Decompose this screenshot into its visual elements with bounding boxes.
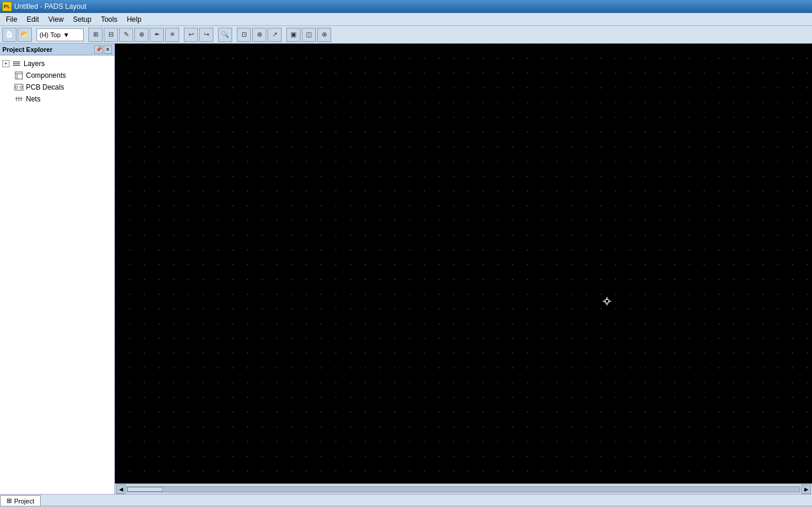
layers-label: Layers xyxy=(24,60,45,68)
undo-button[interactable]: ↩ xyxy=(184,28,198,42)
menu-help[interactable]: Help xyxy=(122,14,146,25)
tree-item-components[interactable]: Components xyxy=(0,70,114,81)
pin-button[interactable]: 📌 xyxy=(94,45,103,54)
svg-rect-6 xyxy=(15,84,23,90)
crosshair-cursor xyxy=(603,297,611,305)
tree-item-nets[interactable]: Nets xyxy=(0,93,114,105)
project-explorer-panel: Project Explorer 📌 ✕ + Layers xyxy=(0,44,115,494)
toolbar-btn-draw[interactable]: ✎ xyxy=(119,28,133,42)
scroll-left-btn[interactable]: ◀ xyxy=(116,485,126,494)
toolbar-btn-component[interactable]: ⊟ xyxy=(104,28,118,42)
pcb-decals-icon xyxy=(14,83,24,92)
horizontal-scrollbar: ◀ ▶ xyxy=(115,483,812,494)
expand-layers[interactable]: + xyxy=(2,60,9,67)
view2-button[interactable]: ◫ xyxy=(302,28,316,42)
zoom-button[interactable]: 🔍 xyxy=(218,28,232,42)
net-button[interactable]: ⊗ xyxy=(252,28,266,42)
project-tab-label: Project xyxy=(14,498,34,505)
layers-icon xyxy=(12,59,21,68)
panel-header: Project Explorer 📌 ✕ xyxy=(0,44,114,55)
tree-item-pcb-decals[interactable]: PCB Decals xyxy=(0,81,114,93)
toolbar: 📄 📂 (H) Top ▼ ⊞ ⊟ ✎ ⊕ ✒ ✳ ↩ ↪ 🔍 ⊡ ⊗ ↗ ▣ … xyxy=(0,26,812,44)
grid-svg xyxy=(115,44,812,483)
svg-point-7 xyxy=(15,86,18,88)
svg-rect-3 xyxy=(15,72,22,79)
bottom-tabs: ⊞ Project xyxy=(0,494,812,506)
project-tab-icon: ⊞ xyxy=(6,497,12,505)
toolbar-btn-pencil[interactable]: ✒ xyxy=(150,28,164,42)
close-panel-button[interactable]: ✕ xyxy=(104,45,112,54)
menu-edit[interactable]: Edit xyxy=(22,14,44,25)
toolbar-btn-route[interactable]: ⊞ xyxy=(88,28,103,42)
scroll-thumb[interactable] xyxy=(127,487,163,492)
svg-point-8 xyxy=(20,86,22,88)
panel-title: Project Explorer xyxy=(2,46,52,53)
menu-view[interactable]: View xyxy=(44,14,68,25)
canvas-container: ◀ ▶ xyxy=(115,44,812,494)
menu-file[interactable]: File xyxy=(1,14,22,25)
project-tab[interactable]: ⊞ Project xyxy=(0,495,41,506)
components-icon xyxy=(14,71,24,80)
pcb-decals-label: PCB Decals xyxy=(26,83,64,91)
new-button[interactable]: 📄 xyxy=(2,28,16,42)
scroll-track[interactable] xyxy=(127,486,800,492)
view3-button[interactable]: ⊕ xyxy=(317,28,331,42)
svg-rect-38 xyxy=(115,44,812,483)
tree-item-layers[interactable]: + Layers xyxy=(0,58,114,70)
app-icon: PL xyxy=(2,2,12,11)
layer-value: (H) Top xyxy=(39,31,61,38)
components-label: Components xyxy=(26,71,66,80)
menu-bar: File Edit View Setup Tools Help xyxy=(0,13,812,26)
unroute-button[interactable]: ↗ xyxy=(268,28,282,42)
scroll-right-btn[interactable]: ▶ xyxy=(801,485,811,494)
menu-setup[interactable]: Setup xyxy=(68,14,96,25)
toolbar-btn-3[interactable]: ⊕ xyxy=(134,28,148,42)
redo-button[interactable]: ↪ xyxy=(199,28,213,42)
dropdown-arrow: ▼ xyxy=(63,31,70,38)
menu-tools[interactable]: Tools xyxy=(96,14,122,25)
layer-dropdown[interactable]: (H) Top ▼ xyxy=(37,28,84,41)
title-text: Untitled - PADS Layout xyxy=(14,2,87,11)
panel-controls: 📌 ✕ xyxy=(94,45,112,54)
title-bar: PL Untitled - PADS Layout xyxy=(0,0,812,13)
pcb-canvas[interactable] xyxy=(115,44,812,483)
nets-icon xyxy=(14,94,24,104)
select-button[interactable]: ⊡ xyxy=(237,28,251,42)
open-button[interactable]: 📂 xyxy=(18,28,32,42)
project-tree: + Layers xyxy=(0,55,114,494)
view1-button[interactable]: ▣ xyxy=(286,28,301,42)
toolbar-btn-star[interactable]: ✳ xyxy=(165,28,179,42)
nets-label: Nets xyxy=(26,95,41,103)
